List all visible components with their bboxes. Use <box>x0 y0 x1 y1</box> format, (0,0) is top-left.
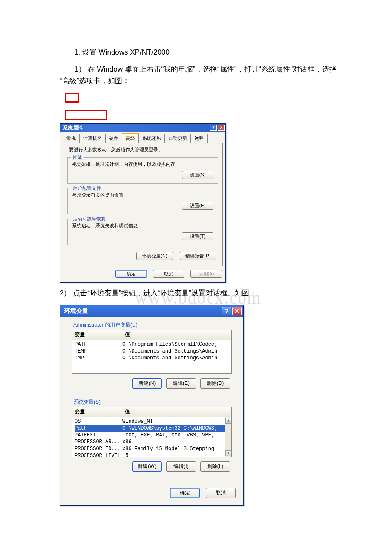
btn-edit-user[interactable]: 编辑(E) <box>166 378 196 389</box>
btn-delete-user[interactable]: 删除(D) <box>200 378 230 389</box>
close-icon[interactable]: ✕ <box>232 307 242 315</box>
btn-new-user[interactable]: 新建(N) <box>132 378 162 389</box>
group-startup: 启动和故障恢复 系统启动，系统失败和调试信息 设置(T) <box>67 219 218 245</box>
btn-new-sys[interactable]: 新建(W) <box>132 461 162 472</box>
tab-general[interactable]: 常规 <box>63 134 80 143</box>
btn-apply[interactable]: 应用(A) <box>190 270 222 278</box>
tab-computer-name[interactable]: 计算机名 <box>79 134 106 143</box>
list-item[interactable]: PATHEXT.COM;.EXE;.BAT;.CMD;.VBS;.VBE;... <box>72 432 231 439</box>
scroll-down-icon[interactable]: ▼ <box>225 450 231 456</box>
sysprop-title: 系统属性 <box>63 124 209 132</box>
list-item[interactable]: TEMPC:\Documents and Settings\Admin... <box>72 348 231 355</box>
group-user-vars: Administrator 的用户变量(U) 变量 值 PATHC:\Progr… <box>67 325 236 395</box>
btn-error-report[interactable]: 错误报告(R) <box>180 252 216 260</box>
scrollbar[interactable]: ▲ ▼ <box>225 417 231 457</box>
list-system-vars[interactable]: 变量 值 OSWindows_NT PathC:\WINDOWS\system3… <box>72 407 232 457</box>
list-item[interactable]: OSWindows_NT <box>72 418 231 425</box>
list-item-selected[interactable]: PathC:\WINDOWS\system32;C:\WINDOWS;... <box>72 425 231 432</box>
btn-env-vars[interactable]: 环境变量(N) <box>136 252 173 260</box>
btn-edit-sys[interactable]: 编辑(I) <box>166 461 196 472</box>
red-box-small <box>65 92 79 103</box>
tab-system-restore[interactable]: 系统还原 <box>138 134 165 143</box>
tab-advanced[interactable]: 高级 <box>122 133 139 143</box>
sysprop-tabs: 常规 计算机名 硬件 高级 系统还原 自动更新 远程 <box>60 132 225 143</box>
doc-line-2: 1） 在 Window 桌面上右击“我的电脑”，选择“属性”，打开“系统属性”对… <box>60 64 337 87</box>
legend-startup: 启动和故障恢复 <box>71 216 107 222</box>
btn-ok[interactable]: 确定 <box>115 270 147 278</box>
scroll-up-icon[interactable]: ▲ <box>225 418 231 424</box>
sysprop-note: 要进行大多数改动，您必须作为管理员登录。 <box>67 147 218 153</box>
close-icon[interactable]: ✕ <box>218 125 225 131</box>
btn-settings-startup[interactable]: 设置(T) <box>182 232 213 240</box>
doc-line-3: 2） 点击“环境变量”按钮，进入“环境变量”设置对话框。如图： <box>60 288 337 299</box>
btn-settings-profiles[interactable]: 设置(E) <box>182 202 213 210</box>
sysprop-tab-body: 要进行大多数改动，您必须作为管理员登录。 性能 视觉效果，处理器计划，内存使用，… <box>63 143 223 266</box>
btn-ok[interactable]: 确定 <box>170 488 200 498</box>
doc-line-1: 1. 设置 Windows XP/NT/2000 <box>60 47 337 58</box>
red-marker-boxes <box>65 92 337 120</box>
btn-cancel[interactable]: 取消 <box>153 270 184 278</box>
col-value[interactable]: 值 <box>122 330 231 340</box>
tab-auto-update[interactable]: 自动更新 <box>164 134 191 143</box>
list-item[interactable]: PROCESSOR_ID...x86 Family 15 Model 3 Ste… <box>72 445 231 452</box>
list-header: 变量 值 <box>72 330 231 340</box>
list-header: 变量 值 <box>72 407 231 417</box>
btn-settings-perf[interactable]: 设置(S) <box>182 171 213 179</box>
group-performance: 性能 视觉效果，处理器计划，内存使用，以及虚拟内存 设置(S) <box>67 157 218 184</box>
help-icon[interactable]: ? <box>222 307 231 315</box>
sysprop-bottom-buttons: 确定 取消 应用(A) <box>60 266 225 282</box>
legend-performance: 性能 <box>71 154 84 161</box>
list-item[interactable]: TMPC:\Documents and Settings\Admin... <box>72 355 231 361</box>
scroll-track[interactable] <box>225 424 231 450</box>
system-properties-dialog: 系统属性 ? ✕ 常规 计算机名 硬件 高级 系统还原 自动更新 远程 要进行大… <box>60 123 226 283</box>
btn-delete-sys[interactable]: 删除(L) <box>200 461 230 472</box>
red-box-wide <box>65 110 107 120</box>
text-profiles: 与您登录有关的桌面设置 <box>72 192 213 198</box>
group-system-vars: 系统变量(S) 变量 值 OSWindows_NT PathC:\WINDOWS… <box>67 402 236 478</box>
tab-remote[interactable]: 远程 <box>190 134 208 143</box>
env-titlebar[interactable]: 环境变量 ? ✕ <box>60 305 243 317</box>
env-title: 环境变量 <box>64 307 221 315</box>
col-variable[interactable]: 变量 <box>72 407 122 417</box>
col-variable[interactable]: 变量 <box>72 330 122 340</box>
list-item[interactable]: PROCESSOR_AR...x86 <box>72 439 231 445</box>
group-user-profiles: 用户配置文件 与您登录有关的桌面设置 设置(E) <box>67 188 218 214</box>
col-value[interactable]: 值 <box>122 407 231 417</box>
sysprop-titlebar[interactable]: 系统属性 ? ✕ <box>60 124 225 132</box>
legend-profiles: 用户配置文件 <box>71 185 103 191</box>
env-bottom-buttons: 确定 取消 <box>67 485 236 499</box>
legend-system-vars: 系统变量(S) <box>72 399 102 406</box>
text-performance: 视觉效果，处理器计划，内存使用，以及虚拟内存 <box>72 161 213 168</box>
list-item[interactable]: PATHC:\Program Files\StormII\Codec;... <box>72 341 231 348</box>
list-item[interactable]: PROCESSOR_LEVEL15 <box>72 452 231 457</box>
env-vars-dialog: 环境变量 ? ✕ Administrator 的用户变量(U) 变量 值 PAT… <box>60 305 244 506</box>
help-icon[interactable]: ? <box>210 125 217 131</box>
tab-hardware[interactable]: 硬件 <box>105 134 122 143</box>
btn-cancel[interactable]: 取消 <box>206 488 236 498</box>
list-user-vars[interactable]: 变量 值 PATHC:\Program Files\StormII\Codec;… <box>72 330 232 374</box>
legend-user-vars: Administrator 的用户变量(U) <box>72 321 139 329</box>
text-startup: 系统启动，系统失败和调试信息 <box>72 223 213 229</box>
